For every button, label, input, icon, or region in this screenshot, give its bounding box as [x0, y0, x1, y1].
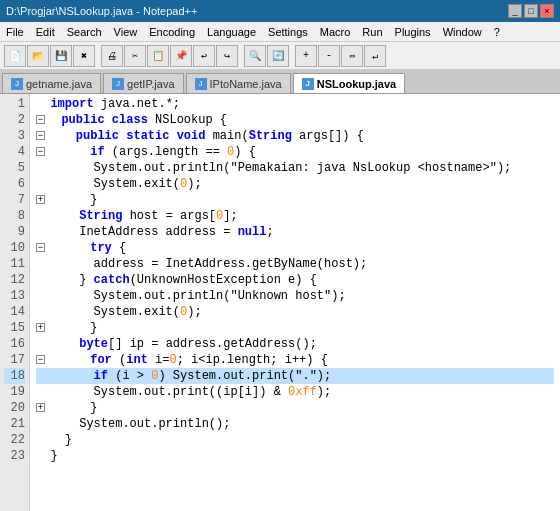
tab-getname[interactable]: J getname.java	[2, 73, 101, 93]
title-bar: D:\Progjar\NSLookup.java - Notepad++ _ □…	[0, 0, 560, 22]
menu-window[interactable]: Window	[437, 24, 488, 40]
collapse-icon[interactable]: −	[36, 131, 45, 140]
zoom-out-button[interactable]: -	[318, 45, 340, 67]
menu-help[interactable]: ?	[488, 24, 506, 40]
sync-scroll-button[interactable]: ⇔	[341, 45, 363, 67]
print-button[interactable]: 🖨	[101, 45, 123, 67]
toolbar-zoom-group: + - ⇔ ↵	[295, 45, 386, 67]
replace-button[interactable]: 🔄	[267, 45, 289, 67]
minimize-button[interactable]: _	[508, 4, 522, 18]
tab-icon-getip: J	[112, 78, 124, 90]
wrap-button[interactable]: ↵	[364, 45, 386, 67]
paste-button[interactable]: 📌	[170, 45, 192, 67]
window-title: D:\Progjar\NSLookup.java - Notepad++	[6, 5, 197, 17]
toolbar-edit-group: 🖨 ✂ 📋 📌 ↩ ↪	[101, 45, 238, 67]
expand-icon[interactable]: +	[36, 403, 45, 412]
expand-icon[interactable]: +	[36, 195, 45, 204]
find-button[interactable]: 🔍	[244, 45, 266, 67]
tab-nslookup[interactable]: J NSLookup.java	[293, 73, 405, 93]
window-controls: _ □ ×	[508, 4, 554, 18]
toolbar-search-group: 🔍 🔄	[244, 45, 289, 67]
new-button[interactable]: 📄	[4, 45, 26, 67]
menu-settings[interactable]: Settings	[262, 24, 314, 40]
maximize-button[interactable]: □	[524, 4, 538, 18]
line-numbers: 1234567891011121314151617181920212223	[0, 94, 30, 511]
expand-icon[interactable]: +	[36, 323, 45, 332]
menu-plugins[interactable]: Plugins	[389, 24, 437, 40]
menu-file[interactable]: File	[0, 24, 30, 40]
toolbar: 📄 📂 💾 ✖ 🖨 ✂ 📋 📌 ↩ ↪ 🔍 🔄 + - ⇔ ↵	[0, 42, 560, 70]
zoom-in-button[interactable]: +	[295, 45, 317, 67]
toolbar-file-group: 📄 📂 💾 ✖	[4, 45, 95, 67]
tab-iptoname[interactable]: J IPtoName.java	[186, 73, 291, 93]
close-button[interactable]: ×	[540, 4, 554, 18]
tab-getip[interactable]: J getIP.java	[103, 73, 184, 93]
menu-macro[interactable]: Macro	[314, 24, 357, 40]
collapse-icon[interactable]: −	[36, 115, 45, 124]
open-button[interactable]: 📂	[27, 45, 49, 67]
tab-icon-nslookup: J	[302, 78, 314, 90]
cut-button[interactable]: ✂	[124, 45, 146, 67]
tab-icon-iptoname: J	[195, 78, 207, 90]
copy-button[interactable]: 📋	[147, 45, 169, 67]
undo-button[interactable]: ↩	[193, 45, 215, 67]
code-content[interactable]: import java.net.*;− public class NSLooku…	[30, 94, 560, 511]
collapse-icon[interactable]: −	[36, 243, 45, 252]
redo-button[interactable]: ↪	[216, 45, 238, 67]
collapse-icon[interactable]: −	[36, 147, 45, 156]
save-button[interactable]: 💾	[50, 45, 72, 67]
collapse-icon[interactable]: −	[36, 355, 45, 364]
close-tab-button[interactable]: ✖	[73, 45, 95, 67]
menu-view[interactable]: View	[108, 24, 144, 40]
tabs-bar: J getname.java J getIP.java J IPtoName.j…	[0, 70, 560, 94]
menu-edit[interactable]: Edit	[30, 24, 61, 40]
menu-language[interactable]: Language	[201, 24, 262, 40]
tab-icon-getname: J	[11, 78, 23, 90]
menu-encoding[interactable]: Encoding	[143, 24, 201, 40]
menu-run[interactable]: Run	[356, 24, 388, 40]
menu-search[interactable]: Search	[61, 24, 108, 40]
menu-bar: File Edit Search View Encoding Language …	[0, 22, 560, 42]
code-area: 1234567891011121314151617181920212223 im…	[0, 94, 560, 511]
